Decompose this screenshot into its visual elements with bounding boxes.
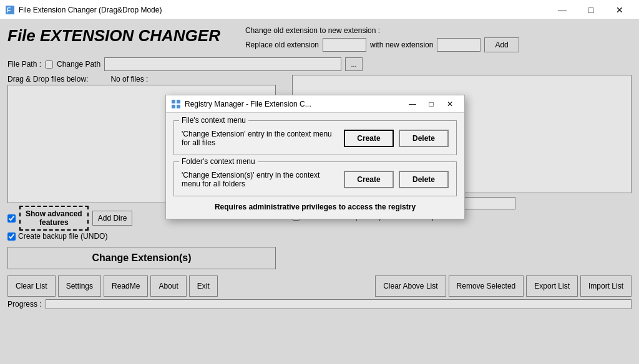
- svg-rect-2: [172, 100, 175, 103]
- restore-button[interactable]: □: [577, 0, 605, 20]
- modal-restore-button[interactable]: □: [422, 95, 441, 113]
- folder-context-group: Folder's context menu 'Change Extension(…: [173, 161, 457, 196]
- window-controls: — □ ✕: [548, 0, 634, 20]
- folder-create-button[interactable]: Create: [344, 171, 394, 188]
- svg-rect-4: [172, 105, 175, 108]
- modal-title: Registry Manager - File Extension C...: [185, 100, 403, 108]
- folder-context-text: 'Change Extension(s)' entry in the conte…: [182, 171, 336, 188]
- modal-controls: — □ ✕: [403, 95, 459, 113]
- file-create-button[interactable]: Create: [344, 130, 394, 147]
- title-bar: F File Extension Changer (Drag&Drop Mode…: [0, 0, 639, 20]
- folder-context-content: 'Change Extension(s)' entry in the conte…: [182, 171, 449, 188]
- modal-close-button[interactable]: ✕: [441, 95, 459, 113]
- file-context-legend: File's context menu: [179, 116, 248, 125]
- modal-title-bar: Registry Manager - File Extension C... —…: [166, 95, 464, 113]
- modal-minimize-button[interactable]: —: [403, 95, 422, 113]
- modal-overlay: Registry Manager - File Extension C... —…: [0, 20, 639, 364]
- window-title: File Extension Changer (Drag&Drop Mode): [19, 6, 548, 14]
- svg-rect-5: [177, 105, 180, 108]
- folder-delete-button[interactable]: Delete: [399, 171, 449, 188]
- app-icon: F: [5, 5, 15, 15]
- modal-icon: [171, 99, 181, 109]
- file-context-group: File's context menu 'Change Extension' e…: [173, 120, 457, 155]
- folder-context-legend: Folder's context menu: [179, 157, 258, 166]
- modal-footer-note: Requires administrative privileges to ac…: [173, 203, 457, 211]
- minimize-button[interactable]: —: [548, 0, 577, 20]
- modal-window: Registry Manager - File Extension C... —…: [165, 95, 465, 219]
- svg-text:F: F: [7, 7, 11, 14]
- file-context-content: 'Change Extension' entry in the context …: [182, 130, 449, 147]
- file-context-text: 'Change Extension' entry in the context …: [182, 130, 336, 147]
- modal-body: File's context menu 'Change Extension' e…: [166, 113, 464, 219]
- svg-rect-3: [177, 100, 180, 103]
- close-button[interactable]: ✕: [605, 0, 634, 20]
- main-content: File EXTENSION CHANGER Change old extens…: [0, 20, 639, 364]
- folder-context-buttons: Create Delete: [344, 171, 449, 188]
- file-context-buttons: Create Delete: [344, 130, 449, 147]
- file-delete-button[interactable]: Delete: [399, 130, 449, 147]
